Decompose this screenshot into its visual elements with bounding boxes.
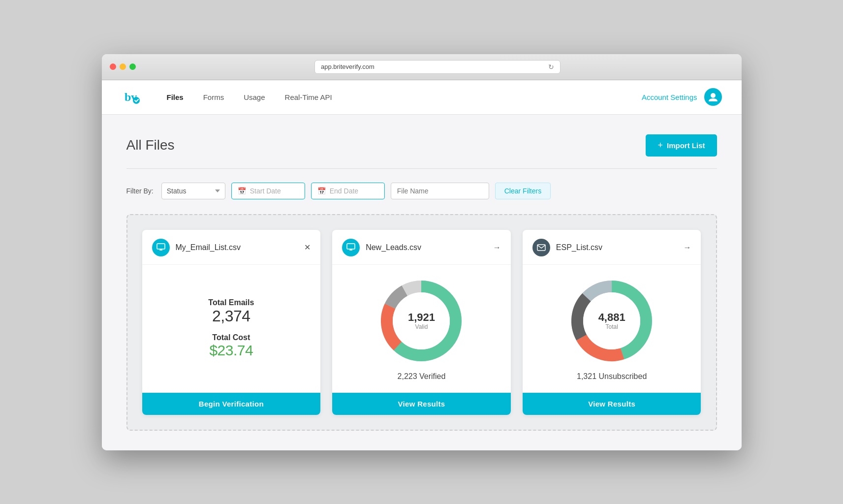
card-2-arrow-icon[interactable]: → xyxy=(493,243,501,252)
nav-usage[interactable]: Usage xyxy=(234,80,275,114)
card-3-donut-center: 4,881 Total xyxy=(598,311,625,330)
start-date-input[interactable]: 📅 Start Date xyxy=(231,183,305,199)
calendar-icon: 📅 xyxy=(238,187,246,195)
divider xyxy=(126,168,717,169)
card-2-action-button[interactable]: View Results xyxy=(332,393,511,415)
card-3-action-button[interactable]: View Results xyxy=(523,393,701,415)
start-date-placeholder: Start Date xyxy=(250,187,281,195)
card-3-header: ESP_List.csv → xyxy=(523,230,701,265)
status-filter[interactable]: Status xyxy=(161,183,225,199)
card-2-donut-center: 1,921 Valid xyxy=(408,311,435,330)
logo[interactable]: bv xyxy=(122,87,142,107)
page-title: All Files xyxy=(126,137,175,153)
card-1-footer: Begin Verification xyxy=(142,393,321,415)
card-1-icon xyxy=(152,239,170,256)
close-button[interactable] xyxy=(110,63,116,70)
url-text: app.briteverify.com xyxy=(321,63,375,70)
nav-files[interactable]: Files xyxy=(157,80,193,114)
address-bar[interactable]: app.briteverify.com ↻ xyxy=(314,60,561,74)
file-card-3: ESP_List.csv → xyxy=(523,230,701,415)
file-card-2: New_Leads.csv → xyxy=(332,230,511,415)
card-2-filename: New_Leads.csv xyxy=(366,243,421,252)
browser-chrome: app.briteverify.com ↻ xyxy=(102,54,742,80)
card-3-arrow-icon[interactable]: → xyxy=(683,243,691,252)
svg-rect-7 xyxy=(347,244,355,249)
nav-forms[interactable]: Forms xyxy=(193,80,234,114)
filter-bar: Filter By: Status 📅 Start Date 📅 End Dat… xyxy=(126,183,717,199)
nav-right: Account Settings xyxy=(642,88,722,106)
nav-realtime-api[interactable]: Real-Time API xyxy=(275,80,342,114)
nav-links: Files Forms Usage Real-Time API xyxy=(157,80,642,114)
cards-grid: My_Email_List.csv ✕ Total Emails 2,374 T… xyxy=(142,230,701,415)
card-2-donut-chart: 1,921 Valid xyxy=(377,277,466,365)
svg-point-3 xyxy=(711,93,716,98)
card-1-action-button[interactable]: Begin Verification xyxy=(142,393,321,415)
account-settings-link[interactable]: Account Settings xyxy=(642,93,697,101)
svg-point-2 xyxy=(133,97,140,104)
card-2-summary: 2,223 Verified xyxy=(398,372,446,381)
card-2-icon xyxy=(342,239,360,256)
end-date-input[interactable]: 📅 End Date xyxy=(311,183,385,199)
traffic-lights xyxy=(110,63,136,70)
clear-filters-button[interactable]: Clear Filters xyxy=(495,183,551,199)
import-list-button[interactable]: + Import List xyxy=(646,134,717,157)
card-2-body: 1,921 Valid 2,223 Verified xyxy=(332,265,511,393)
page-header: All Files + Import List xyxy=(126,134,717,157)
file-name-input[interactable] xyxy=(391,183,489,199)
card-3-body: 4,881 Total 1,321 Unsubscribed xyxy=(523,265,701,393)
card-2-header: New_Leads.csv → xyxy=(332,230,511,265)
card-3-filename: ESP_List.csv xyxy=(556,243,602,252)
card-1-filename: My_Email_List.csv xyxy=(176,243,241,252)
fullscreen-button[interactable] xyxy=(129,63,136,70)
app-content: bv Files Forms Usage Real-Time API Accou… xyxy=(102,80,742,450)
card-1-total-emails: Total Emails 2,374 xyxy=(208,298,254,325)
card-1-body: Total Emails 2,374 Total Cost $23.74 xyxy=(142,265,321,393)
card-1-close-icon[interactable]: ✕ xyxy=(304,243,311,252)
filter-by-label: Filter By: xyxy=(126,187,154,195)
card-1-total-cost: Total Cost $23.74 xyxy=(209,333,253,359)
card-2-footer: View Results xyxy=(332,393,511,415)
avatar[interactable] xyxy=(704,88,722,106)
import-btn-label: Import List xyxy=(667,141,705,150)
card-3-summary: 1,321 Unsubscribed xyxy=(577,372,647,381)
card-3-donut-chart: 4,881 Total xyxy=(567,277,656,365)
plus-icon: + xyxy=(657,140,663,151)
minimize-button[interactable] xyxy=(120,63,126,70)
svg-rect-4 xyxy=(157,244,165,249)
end-date-placeholder: End Date xyxy=(330,187,358,195)
refresh-icon[interactable]: ↻ xyxy=(548,63,554,71)
navbar: bv Files Forms Usage Real-Time API Accou… xyxy=(102,80,742,115)
cards-container: My_Email_List.csv ✕ Total Emails 2,374 T… xyxy=(126,214,717,431)
calendar-icon-2: 📅 xyxy=(317,187,326,195)
main-area: All Files + Import List Filter By: Statu… xyxy=(102,115,742,450)
svg-rect-16 xyxy=(537,245,545,251)
card-1-header: My_Email_List.csv ✕ xyxy=(142,230,321,265)
card-3-footer: View Results xyxy=(523,393,701,415)
file-card-1: My_Email_List.csv ✕ Total Emails 2,374 T… xyxy=(142,230,321,415)
card-3-icon xyxy=(532,239,550,256)
